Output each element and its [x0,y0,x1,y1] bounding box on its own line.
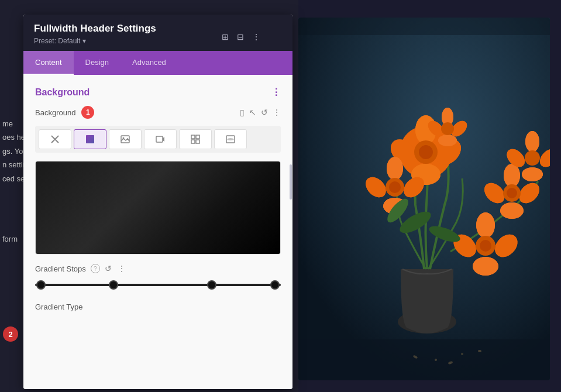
scrollbar-thumb[interactable] [290,164,292,200]
gradient-stops-label: Gradient Stops [35,264,86,273]
gradient-slider-track [35,284,281,286]
gradient-stops-header: Gradient Stops ? ↺ ⋮ [35,264,281,273]
settings-panel: Fullwidth Header Settings Preset: Defaul… [23,15,292,389]
gradient-stop-2[interactable] [109,280,118,290]
gradient-more-icon[interactable]: ⋮ [118,264,126,273]
bg-type-mask[interactable] [214,129,247,149]
split-icon[interactable]: ⊟ [237,32,244,42]
more-options-icon[interactable]: ⋮ [252,32,260,42]
svg-rect-81 [196,140,199,143]
gradient-stop-4[interactable] [270,280,280,290]
device-icon[interactable]: ▯ [240,108,245,117]
panel-body: Background ⋮ Background 1 ▯ ↖ ↺ ⋮ [23,75,292,389]
resize-icon[interactable]: ⊞ [222,32,229,42]
gradient-stop-3[interactable] [207,280,216,290]
svg-point-28 [504,164,520,187]
panel-tabs: Content Design Advanced [23,51,292,75]
more-icon[interactable]: ⋮ [273,108,281,117]
svg-rect-80 [191,140,195,143]
svg-point-38 [476,212,495,238]
svg-point-52 [525,150,540,166]
gradient-icon [85,134,95,145]
mask-icon [225,134,236,145]
svg-rect-78 [191,135,195,139]
svg-point-48 [525,131,539,152]
gradient-type-label: Gradient Type [35,302,281,311]
preset-label: Preset: Default [34,37,80,45]
svg-point-18 [387,157,403,180]
section-options-icon[interactable]: ⋮ [271,87,281,98]
gradient-slider[interactable] [35,279,281,291]
svg-point-50 [522,167,543,181]
svg-rect-74 [86,135,94,143]
svg-rect-79 [196,135,199,139]
preset-arrow-icon[interactable]: ▾ [82,37,86,45]
section-title: Background ⋮ [35,87,281,98]
svg-point-33 [507,188,517,198]
image-icon [120,134,130,145]
svg-point-43 [480,240,491,252]
background-label: Background [35,108,75,117]
svg-rect-70 [298,339,550,380]
svg-point-23 [389,181,401,193]
reset-icon[interactable]: ↺ [261,108,268,117]
panel-header: Fullwidth Header Settings Preset: Defaul… [23,15,292,51]
svg-rect-71 [298,18,550,35]
svg-point-30 [500,202,524,219]
badge-1: 1 [81,106,94,119]
help-icon[interactable]: ? [91,264,100,273]
tab-design[interactable]: Design [74,51,121,75]
video-icon [155,134,166,145]
flower-photo-svg [298,18,550,380]
bg-type-gradient[interactable] [74,129,106,149]
gradient-preview[interactable] [35,161,281,255]
svg-point-59 [438,135,457,146]
svg-rect-77 [156,136,163,142]
svg-point-40 [473,257,498,276]
none-icon [50,134,60,145]
outer-badge-2: 2 [3,326,18,342]
svg-point-61 [441,122,454,135]
gradient-stop-1[interactable] [36,280,46,290]
panel-header-icons: ⊞ ⊟ ⋮ [222,32,260,42]
bg-row-icons: ▯ ↖ ↺ ⋮ [240,108,281,117]
cursor-icon[interactable]: ↖ [249,108,256,117]
bg-type-pattern[interactable] [179,129,212,149]
gradient-reset-icon[interactable]: ↺ [105,264,112,273]
photo-background [298,18,550,380]
background-row: Background 1 ▯ ↖ ↺ ⋮ [35,106,281,119]
scrollbar[interactable] [289,15,292,389]
bg-type-image[interactable] [109,129,142,149]
tab-content[interactable]: Content [23,51,74,75]
bg-type-buttons [35,126,281,153]
tab-advanced[interactable]: Advanced [121,51,178,75]
pattern-icon [190,134,201,145]
section-title-text: Background [35,87,90,98]
bg-type-video[interactable] [144,129,177,149]
bg-type-none[interactable] [39,129,71,149]
svg-point-13 [419,145,433,159]
